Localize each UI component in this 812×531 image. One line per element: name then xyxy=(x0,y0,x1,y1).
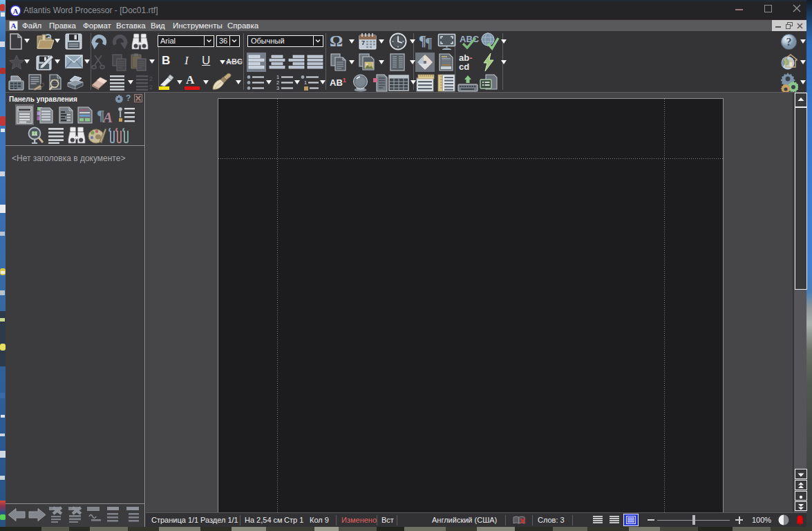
svg-text:2: 2 xyxy=(149,84,153,91)
svg-text:?: ? xyxy=(786,36,792,48)
svg-text:3: 3 xyxy=(276,85,279,91)
svg-text:A: A xyxy=(13,7,19,15)
svg-text:¶: ¶ xyxy=(425,35,433,50)
svg-text:A: A xyxy=(102,109,113,124)
svg-text:7: 7 xyxy=(361,39,365,46)
svg-text:A: A xyxy=(11,21,17,30)
svg-text:2: 2 xyxy=(149,75,153,82)
svg-text:ABC: ABC xyxy=(460,34,480,44)
svg-text:1: 1 xyxy=(304,80,307,86)
